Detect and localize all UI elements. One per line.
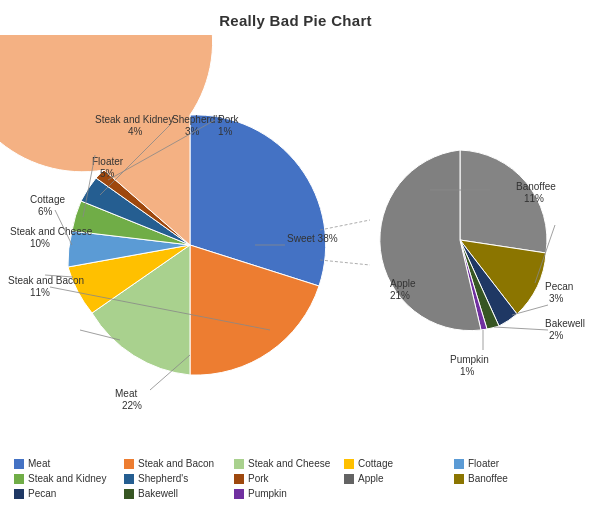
chart-legend: Meat Steak and Bacon Steak and Cheese Co… (10, 457, 581, 500)
legend-item-bakewell: Bakewell (120, 487, 230, 500)
svg-line-26 (320, 220, 370, 230)
svg-text:Bakewell: Bakewell (545, 318, 585, 329)
legend-color-cottage (344, 459, 354, 469)
legend-color-banoffee (454, 474, 464, 484)
legend-item-apple: Apple (340, 472, 450, 485)
legend-item-pecan: Pecan (10, 487, 120, 500)
legend-color-meat (14, 459, 24, 469)
svg-text:Steak and Kidney: Steak and Kidney (95, 114, 173, 125)
svg-text:11%: 11% (524, 193, 544, 204)
svg-text:Cottage: Cottage (30, 194, 65, 205)
svg-text:11%: 11% (30, 287, 50, 298)
legend-color-steak-kidney (14, 474, 24, 484)
svg-text:2%: 2% (549, 330, 564, 341)
svg-text:Pumpkin: Pumpkin (450, 354, 489, 365)
legend-color-pumpkin (234, 489, 244, 499)
svg-text:21%: 21% (390, 290, 410, 301)
svg-text:Steak and Cheese: Steak and Cheese (10, 226, 93, 237)
svg-text:10%: 10% (30, 238, 50, 249)
svg-text:Floater: Floater (92, 156, 124, 167)
svg-text:Pecan: Pecan (545, 281, 573, 292)
legend-item-steak-kidney: Steak and Kidney (10, 472, 120, 485)
legend-item-pork: Pork (230, 472, 340, 485)
legend-color-steak-cheese (234, 459, 244, 469)
svg-text:Apple: Apple (390, 278, 416, 289)
legend-color-steak-bacon (124, 459, 134, 469)
svg-text:4%: 4% (128, 126, 143, 137)
legend-item-pumpkin: Pumpkin (230, 487, 340, 500)
legend-color-pork (234, 474, 244, 484)
legend-item-steak-bacon: Steak and Bacon (120, 457, 230, 470)
legend-row-1: Meat Steak and Bacon Steak and Cheese Co… (10, 457, 581, 470)
legend-item-cottage: Cottage (340, 457, 450, 470)
legend-item-banoffee: Banoffee (450, 472, 560, 485)
svg-text:Meat: Meat (115, 388, 137, 399)
svg-line-27 (320, 260, 370, 265)
legend-item-shepherds: Shepherd's (120, 472, 230, 485)
legend-row-3: Pecan Bakewell Pumpkin (10, 487, 581, 500)
legend-color-shepherds (124, 474, 134, 484)
svg-text:Sweet 38%: Sweet 38% (287, 233, 338, 244)
svg-text:3%: 3% (549, 293, 564, 304)
legend-row-2: Steak and Kidney Shepherd's Pork Apple B… (10, 472, 581, 485)
svg-text:Shepherd's: Shepherd's (172, 114, 222, 125)
legend-color-floater (454, 459, 464, 469)
chart-title: Really Bad Pie Chart (0, 0, 591, 29)
svg-text:1%: 1% (218, 126, 233, 137)
svg-text:Banoffee: Banoffee (516, 181, 556, 192)
legend-item-floater: Floater (450, 457, 560, 470)
chart-svg: Sweet 38% Meat 22% Steak and Bacon 11% S… (0, 35, 591, 430)
svg-text:1%: 1% (460, 366, 475, 377)
legend-color-pecan (14, 489, 24, 499)
legend-color-apple (344, 474, 354, 484)
svg-line-37 (494, 327, 548, 330)
chart-container: Really Bad Pie Chart Sweet 38% Meat 22% … (0, 0, 591, 510)
svg-text:6%: 6% (38, 206, 53, 217)
svg-text:Pork: Pork (218, 114, 240, 125)
legend-color-bakewell (124, 489, 134, 499)
svg-text:22%: 22% (122, 400, 142, 411)
legend-item-steak-cheese: Steak and Cheese (230, 457, 340, 470)
legend-item-meat: Meat (10, 457, 120, 470)
